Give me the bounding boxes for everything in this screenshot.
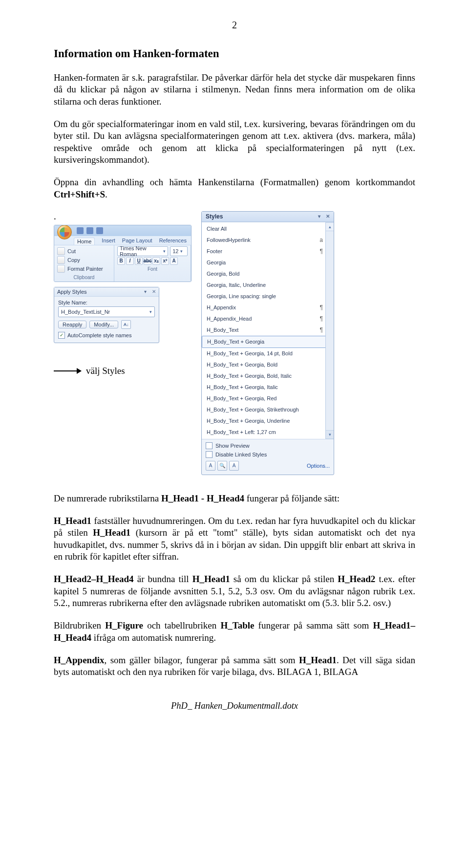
style-list-item[interactable]: Georgia, Italic, Underline [202, 280, 334, 291]
style-item-label: H_Body_Text + Left: 1,27 cm [207, 429, 276, 435]
style-list-item[interactable]: H_Body_Text + Georgia, Red [202, 393, 334, 404]
autocomplete-checkbox[interactable]: ✓ [58, 332, 65, 339]
style-item-label: H_Body_Text + Georgia, 14 pt, Bold [207, 350, 293, 356]
style-item-glyph: ¶ [316, 248, 323, 255]
italic-icon[interactable]: I [126, 257, 134, 265]
apply-styles-title: Apply Styles [57, 289, 87, 295]
paste-icon[interactable] [57, 256, 65, 264]
tab-insert[interactable]: Insert [102, 238, 115, 245]
style-item-label: Georgia [207, 260, 226, 265]
style-list-item[interactable]: H_Body_Text + Georgia, Bold [202, 359, 334, 370]
style-list-item[interactable]: H_Body_Text + Georgia, Bold, Italic [202, 370, 334, 382]
style-list-item[interactable]: H_Body_Text + Left: 1,27 cm [202, 427, 334, 438]
tab-page-layout[interactable]: Page Layout [122, 238, 152, 245]
style-item-label: H_Body_Text + Georgia, Bold, Italic [207, 373, 292, 379]
style-list-item[interactable]: H_Body_Text + Georgia, Italic [202, 382, 334, 393]
style-name-value: H_Body_TextList_Nr [61, 309, 110, 315]
style-list-item[interactable]: H_Appendix_Head¶ [202, 313, 334, 325]
paragraph-headstyles-intro: De numrerade rubrikstilarna H_Head1 - H_… [54, 493, 415, 504]
style-item-label: H_Body_Text [207, 327, 238, 333]
format-painter-label[interactable]: Format Painter [67, 266, 103, 272]
format-painter-icon[interactable] [57, 265, 65, 273]
style-list-item[interactable]: H_Appendix¶ [202, 302, 334, 313]
reapply-button[interactable]: Reapply [58, 321, 86, 328]
paragraph-hhead1: H_Head1 fastställer huvudnumreringen. Om… [54, 515, 415, 563]
scroll-track[interactable] [326, 231, 334, 430]
show-preview-checkbox[interactable] [206, 442, 213, 449]
style-item-glyph: ¶ [316, 315, 323, 322]
autocomplete-label: AutoComplete style names [67, 332, 131, 338]
strike-icon[interactable]: abc [144, 257, 151, 265]
tab-home[interactable]: Home [74, 238, 95, 245]
underline-icon[interactable]: U [135, 257, 143, 265]
disable-linked-checkbox[interactable] [206, 451, 213, 458]
style-list-item[interactable]: Clear All [202, 223, 334, 235]
style-item-label: H_Body_Text + Georgia, Underline [207, 418, 290, 424]
style-item-label: H_Body_Text + Georgia, Italic [207, 384, 278, 390]
cut-icon[interactable] [57, 247, 65, 255]
paragraph-1: Hanken-formaten är s.k. paragrafstilar. … [54, 72, 415, 108]
page-number: 2 [54, 20, 415, 31]
style-list-item[interactable]: Georgia, Line spacing: single [202, 291, 334, 302]
group-clipboard-label: Clipboard [57, 275, 111, 280]
bold-icon[interactable]: B [117, 257, 125, 265]
group-clipboard: Cut Copy Format Painter Clipboard [54, 245, 114, 282]
style-list-item[interactable]: Georgia, Bold [202, 268, 334, 280]
style-inspector-icon[interactable]: 🔍 [217, 461, 227, 471]
font-color-icon[interactable]: A [170, 257, 178, 265]
superscript-icon[interactable]: x² [161, 257, 169, 265]
font-name-combo[interactable]: Times New Roman▾ [117, 246, 168, 256]
close-icon[interactable]: ✕ [152, 289, 156, 294]
style-name-combo[interactable]: H_Body_TextList_Nr ▾ [58, 306, 155, 317]
chevron-down-icon[interactable]: ▾ [318, 214, 320, 219]
group-font: Times New Roman▾ 12▾ B I U abc x₂ x² A [114, 245, 191, 282]
style-list-item[interactable]: Georgia [202, 257, 334, 268]
styles-pane-title: Styles [206, 213, 223, 220]
style-name-label: Style Name: [58, 300, 155, 305]
style-item-glyph: ¶ [316, 304, 323, 311]
style-list-item[interactable]: H_Body_Text + Georgia, Strikethrough [202, 404, 334, 415]
office-button-icon[interactable] [57, 225, 72, 239]
style-item-label: Georgia, Line spacing: single [207, 293, 276, 299]
scroll-up-icon[interactable]: ▴ [326, 222, 334, 231]
new-style-icon[interactable]: A [206, 461, 215, 471]
styles-task-pane: Styles ▾ ✕ Clear AllFollowedHyperlinkaFo… [201, 211, 334, 475]
style-list-item[interactable]: H_Body_Text + Georgia [202, 336, 334, 348]
style-list-item[interactable]: H_Body_Text + Georgia, 14 pt, Bold [202, 348, 334, 359]
options-link[interactable]: Options... [307, 463, 330, 469]
modify-button[interactable]: Modify... [89, 321, 118, 328]
dot-label: . [54, 211, 192, 222]
style-item-label: H_Appendix_Head [207, 316, 252, 322]
apply-styles-pane: Apply Styles ▾ ✕ Style Name: H_Body_Text… [54, 287, 159, 343]
style-list-item[interactable]: H_Body_Text¶ [202, 325, 334, 336]
style-list-item[interactable]: H_Body_Text + Georgia, Underline [202, 415, 334, 427]
style-list-item[interactable]: FollowedHyperlinka [202, 235, 334, 246]
style-item-glyph: ¶ [316, 326, 323, 333]
style-item-label: Georgia, Italic, Underline [207, 282, 266, 288]
cut-label[interactable]: Cut [67, 248, 76, 254]
chevron-down-icon: ▾ [149, 309, 152, 314]
style-list-item[interactable]: Footer¶ [202, 246, 334, 257]
page-title: Information om Hanken-formaten [54, 47, 415, 60]
style-item-glyph: a [316, 237, 323, 243]
close-icon[interactable]: ✕ [326, 214, 330, 219]
paragraph-3a: Öppna din avhandling och hämta Hankensti… [54, 177, 415, 187]
scrollbar[interactable]: ▴ ▾ [325, 222, 334, 439]
manage-styles-icon[interactable]: A [229, 461, 239, 471]
paragraph-3: Öppna din avhandling och hämta Hankensti… [54, 176, 415, 200]
redo-icon[interactable] [96, 227, 103, 234]
chevron-down-icon[interactable]: ▾ [144, 289, 147, 294]
tab-references[interactable]: References [159, 238, 187, 245]
styles-aa-icon[interactable]: A↓ [121, 320, 131, 329]
scroll-down-icon[interactable]: ▾ [326, 430, 334, 439]
arrow-label-text: välj Styles [86, 366, 125, 376]
undo-icon[interactable] [86, 227, 93, 234]
style-item-label: Georgia, Bold [207, 271, 239, 277]
save-icon[interactable] [77, 227, 84, 234]
paragraph-happendix: H_Appendix, som gäller bilagor, fungerar… [54, 654, 415, 678]
copy-label[interactable]: Copy [67, 257, 80, 263]
style-item-label: H_Body_Text + Georgia, Strikethrough [207, 407, 299, 412]
font-size-combo[interactable]: 12▾ [170, 246, 188, 256]
subscript-icon[interactable]: x₂ [152, 257, 160, 265]
paragraph-2: Om du gör specialformateringar inom en v… [54, 118, 415, 166]
